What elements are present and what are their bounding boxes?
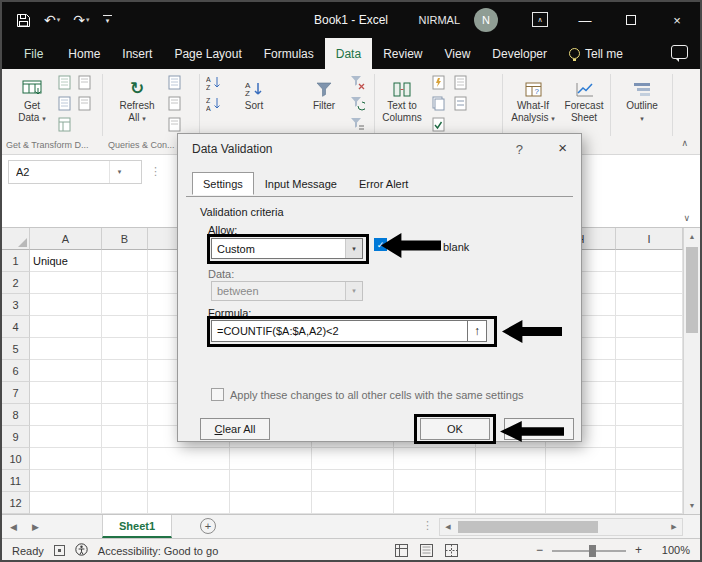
row-header-5[interactable]: 5 (2, 338, 30, 360)
tab-insert[interactable]: Insert (111, 38, 163, 69)
dialog-help-icon[interactable]: ? (516, 142, 523, 157)
tab-developer[interactable]: Developer (481, 38, 558, 69)
row-header-8[interactable]: 8 (2, 404, 30, 426)
row-header-10[interactable]: 10 (2, 448, 30, 470)
cell-D11[interactable] (230, 470, 312, 492)
user-name[interactable]: NIRMAL (418, 2, 460, 38)
row-header-7[interactable]: 7 (2, 382, 30, 404)
customize-quick-access-button[interactable]: ▾ (103, 15, 112, 25)
what-if-analysis-button[interactable]: ? What-IfAnalysis ▾ (508, 73, 558, 125)
cell-E12[interactable] (312, 492, 394, 514)
tab-scroll-splitter-icon[interactable]: ⋮ (422, 519, 433, 532)
cell-H11[interactable] (546, 470, 616, 492)
row-header-3[interactable]: 3 (2, 294, 30, 316)
from-text-icon[interactable] (58, 75, 73, 91)
sort-a-to-z-icon[interactable]: AZ (206, 75, 221, 91)
tab-view[interactable]: View (434, 38, 482, 69)
clear-filter-icon[interactable] (350, 75, 365, 91)
data-validation-icon[interactable] (432, 117, 447, 133)
sheet-nav-prev-icon[interactable]: ◀ (10, 515, 17, 538)
recent-sources-icon[interactable] (78, 75, 93, 91)
from-web-icon[interactable] (58, 96, 73, 112)
redo-dropdown-icon[interactable]: ▾ (86, 16, 90, 24)
scroll-right-icon[interactable]: ▶ (666, 519, 682, 535)
row-header-11[interactable]: 11 (2, 470, 30, 492)
cell-I1[interactable] (616, 250, 683, 272)
cell-A5[interactable] (30, 338, 102, 360)
ribbon-display-options-icon[interactable]: ∧ (532, 12, 548, 27)
undo-dropdown-icon[interactable]: ▾ (57, 16, 61, 24)
cell-C11[interactable] (148, 470, 230, 492)
vertical-scrollbar[interactable]: ▲ ▼ (683, 228, 700, 514)
cell-A9[interactable] (30, 426, 102, 448)
sheet-tab-sheet1[interactable]: Sheet1 (102, 515, 172, 538)
cell-I3[interactable] (616, 294, 683, 316)
cell-B8[interactable] (102, 404, 148, 426)
tab-review[interactable]: Review (372, 38, 433, 69)
forecast-sheet-button[interactable]: ForecastSheet (560, 73, 608, 124)
name-box-dropdown-icon[interactable]: ▾ (109, 161, 129, 183)
cell-G12[interactable] (476, 492, 546, 514)
sort-button[interactable]: AZ Sort (234, 73, 274, 112)
cell-B2[interactable] (102, 272, 148, 294)
dialog-close-icon[interactable]: × (558, 139, 567, 156)
get-data-button[interactable]: GetData ▾ (10, 73, 54, 125)
reapply-icon[interactable] (350, 96, 365, 112)
page-layout-view-icon[interactable] (420, 544, 433, 559)
cell-B3[interactable] (102, 294, 148, 316)
vertical-scroll-thumb[interactable] (686, 247, 698, 333)
cell-I12[interactable] (616, 492, 683, 514)
row-header-4[interactable]: 4 (2, 316, 30, 338)
text-to-columns-button[interactable]: Text toColumns (380, 73, 424, 124)
apply-changes-checkbox[interactable] (211, 388, 224, 401)
dialog-tab-error-alert[interactable]: Error Alert (348, 172, 420, 195)
cell-H10[interactable] (546, 448, 616, 470)
row-header-9[interactable]: 9 (2, 426, 30, 448)
cell-D10[interactable] (230, 448, 312, 470)
cell-I4[interactable] (616, 316, 683, 338)
tab-tell-me[interactable]: Tell me (558, 38, 634, 69)
cell-A2[interactable] (30, 272, 102, 294)
dialog-tab-settings[interactable]: Settings (192, 172, 254, 195)
formula-field[interactable]: ↑ (211, 320, 487, 342)
cell-B6[interactable] (102, 360, 148, 382)
cell-B10[interactable] (102, 448, 148, 470)
select-all-corner[interactable] (2, 228, 30, 250)
tab-formulas[interactable]: Formulas (253, 38, 325, 69)
zoom-out-icon[interactable]: − (536, 543, 543, 557)
cell-A7[interactable] (30, 382, 102, 404)
row-header-2[interactable]: 2 (2, 272, 30, 294)
cell-A3[interactable] (30, 294, 102, 316)
undo-button[interactable]: ↶▾ (44, 13, 60, 27)
sheet-nav-next-icon[interactable]: ▶ (32, 515, 39, 538)
cell-I5[interactable] (616, 338, 683, 360)
allow-dropdown[interactable]: Custom ▾ (211, 238, 363, 259)
column-header-I[interactable]: I (616, 228, 683, 250)
horizontal-scroll-thumb[interactable] (458, 521, 598, 533)
cell-A12[interactable] (30, 492, 102, 514)
horizontal-scrollbar[interactable]: ◀ ▶ (439, 518, 683, 536)
collapse-ribbon-icon[interactable]: ∧ (681, 138, 688, 148)
cell-F12[interactable] (394, 492, 476, 514)
cell-G11[interactable] (476, 470, 546, 492)
edit-links-icon[interactable] (168, 117, 183, 133)
save-icon[interactable] (16, 13, 31, 28)
allow-dropdown-icon[interactable]: ▾ (345, 239, 362, 258)
comments-icon[interactable] (671, 45, 688, 59)
ok-button[interactable]: OK (420, 418, 490, 440)
advanced-filter-icon[interactable] (350, 117, 365, 133)
cell-I9[interactable] (616, 426, 683, 448)
sort-z-to-a-icon[interactable]: ZA (206, 96, 221, 112)
cell-A8[interactable] (30, 404, 102, 426)
cell-B12[interactable] (102, 492, 148, 514)
formula-bar-splitter-icon[interactable]: ⋮ (150, 165, 161, 178)
user-avatar[interactable]: N (474, 8, 498, 32)
tab-file[interactable]: File (10, 38, 57, 69)
maximize-button[interactable] (608, 2, 654, 38)
cell-B5[interactable] (102, 338, 148, 360)
cell-D12[interactable] (230, 492, 312, 514)
relationships-icon[interactable] (454, 96, 469, 112)
range-select-button[interactable]: ↑ (467, 321, 486, 341)
cell-A6[interactable] (30, 360, 102, 382)
cell-H12[interactable] (546, 492, 616, 514)
